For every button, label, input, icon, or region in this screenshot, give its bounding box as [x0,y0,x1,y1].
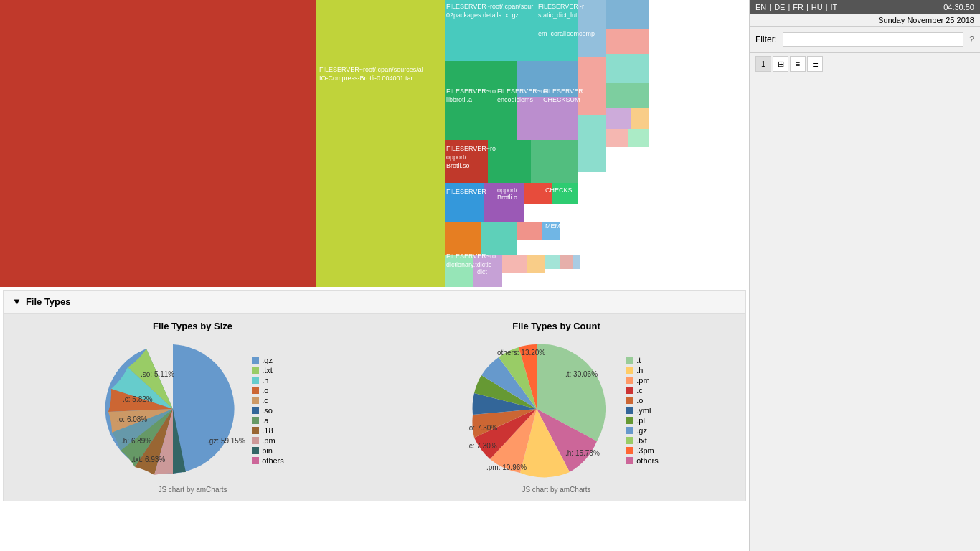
sidebar: EN | DE | FR | HU | IT 04:30:50 Sunday N… [749,0,980,551]
legend-item-3pm: .3pm [626,446,659,455]
main-content: FILESERVER~root/.cpan/sources/al IO-Comp… [0,0,749,551]
svg-rect-33 [606,129,628,147]
legend-color-c [252,397,259,404]
filter-help-icon[interactable]: ? [969,34,974,44]
legend-label-txt: .txt [262,366,273,375]
file-types-header[interactable]: ▼ File Types [4,291,745,314]
filter-input[interactable] [783,32,963,47]
svg-text:02packages.details.txt.gz: 02packages.details.txt.gz [446,11,519,19]
size-chart-footer: JS chart by amCharts [158,486,227,494]
lang-hu[interactable]: HU [811,3,823,11]
language-selector[interactable]: EN | DE | FR | HU | IT [755,3,837,11]
legend-label-h-count: .h [636,366,643,375]
svg-text:opport/...: opport/... [446,154,472,161]
legend-color-pl [626,417,633,424]
svg-text:CHECKS: CHECKS [545,187,573,194]
treemap-visualization[interactable]: FILESERVER~root/.cpan/sources/al IO-Comp… [0,0,735,287]
legend-color-3pm [626,447,633,454]
legend-item-t: .t [626,356,659,364]
lang-de[interactable]: DE [774,3,785,11]
legend-item-c-count: .c [626,386,659,395]
legend-label-3pm: .3pm [636,446,654,455]
legend-item-gz-count: .gz [626,426,659,435]
legend-item-others-count: others [626,456,659,465]
legend-label-18: .18 [262,426,273,435]
legend-label-c-count: .c [636,386,643,395]
svg-text:FILESERVER~ro: FILESERVER~ro [446,88,496,95]
svg-rect-16 [445,222,481,255]
legend-color-so [252,407,259,414]
legend-item-others-size: others [252,456,284,465]
legend-color-bin [252,447,259,454]
count-chart-panel: File Types by Count [374,321,738,494]
legend-label-a: .a [262,416,268,425]
legend-color-c-count [626,387,633,394]
legend-color-o-count [626,397,633,404]
legend-color-others-size [252,457,259,464]
count-chart-title: File Types by Count [512,321,600,331]
legend-item-pm: .pm [252,436,284,445]
legend-label-gz-count: .gz [636,426,647,435]
view-list-button[interactable]: ≡ [790,56,806,72]
svg-text:FILESERVER~root/.cpan/sour: FILESERVER~root/.cpan/sour [446,3,533,10]
legend-label-txt-count: .txt [636,436,647,445]
time-display: 04:30:50 [943,3,974,11]
svg-rect-1 [316,0,445,287]
legend-color-yml [626,407,633,414]
lang-en[interactable]: EN [755,3,766,11]
svg-text:FILESERVER: FILESERVER [543,88,583,95]
svg-text:Brotli.o: Brotli.o [497,194,517,201]
svg-text:MEMO: MEMO [545,222,565,230]
legend-label-o: .o [262,386,268,395]
svg-rect-28 [606,29,649,54]
svg-text:.h: 15.73%: .h: 15.73% [565,449,600,457]
size-legend: .gz .txt .h .o [252,356,284,465]
size-chart-panel: File Types by Size [11,321,374,494]
legend-item-txt-count: .txt [626,436,659,445]
svg-text:static_dict_lut: static_dict_lut [538,11,578,19]
charts-container: File Types by Size [4,314,745,501]
svg-rect-34 [628,129,649,147]
svg-text:.pm: 10.96%: .pm: 10.96% [486,463,527,471]
svg-text:FILESERVER~ro: FILESERVER~ro [497,88,547,95]
view-detail-button[interactable]: ≣ [807,56,823,72]
svg-rect-23 [527,255,545,273]
svg-text:.c: 7.30%: .c: 7.30% [467,442,497,450]
legend-label-so: .so [262,406,273,415]
size-pie-wrapper: .so: 5.11% .c: 5.82% .o: 6.08% .h: 6.89%… [101,337,245,483]
svg-text:.t: 30.06%: .t: 30.06% [565,370,598,378]
svg-text:FILESERVER~r: FILESERVER~r [538,3,584,10]
svg-text:Brotli.so: Brotli.so [446,162,470,169]
legend-color-gz [252,357,259,364]
svg-text:.h: 6.89%: .h: 6.89% [121,437,151,445]
lang-fr[interactable]: FR [793,3,804,11]
count-legend: .t .h .pm .c [626,356,659,465]
svg-rect-17 [481,222,517,255]
svg-text:libbrotli.a: libbrotli.a [446,96,472,103]
legend-label-pm-count: .pm [636,376,649,385]
svg-rect-10 [578,57,606,115]
svg-rect-24 [545,255,560,269]
legend-label-yml: .yml [636,406,651,415]
legend-item-bin: bin [252,446,284,455]
svg-text:FILESERVER~root/.cpan/sources/: FILESERVER~root/.cpan/sources/al [319,66,423,73]
svg-text:.o: 7.30%: .o: 7.30% [467,424,497,432]
view-single-button[interactable]: 1 [755,56,771,72]
legend-label-h: .h [262,376,268,385]
legend-item-18: .18 [252,426,284,435]
legend-color-pm-count [626,377,633,384]
legend-item-o: .o [252,386,284,395]
svg-text:CHECKSUM: CHECKSUM [543,96,580,103]
svg-rect-11 [578,115,606,172]
legend-color-h [252,377,259,384]
svg-text:IO-Compress-Brotli-0.004001.ta: IO-Compress-Brotli-0.004001.tar [319,75,413,82]
svg-rect-32 [631,108,649,129]
svg-text:opport/...: opport/... [497,187,523,194]
svg-text:comcomp: comcomp [567,30,595,37]
svg-rect-30 [606,83,649,108]
sidebar-toolbar: 1 ⊞ ≡ ≣ [750,53,980,75]
svg-rect-0 [0,0,316,287]
view-grid-button[interactable]: ⊞ [773,56,788,72]
count-pie-wrapper: others: 13.20% .t: 30.06% .h: 15.73% .pm… [454,337,619,483]
lang-it[interactable]: IT [831,3,838,11]
